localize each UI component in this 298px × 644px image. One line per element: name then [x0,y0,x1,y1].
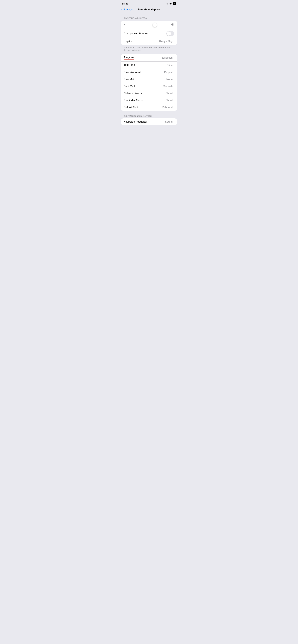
reminder-alerts-row[interactable]: Reminder Alerts Chord › [121,97,177,104]
keyboard-feedback-row[interactable]: Keyboard Feedback Sound › [121,118,177,125]
new-mail-label: New Mail [124,78,134,81]
volume-footer-note: The volume buttons will not affect the v… [119,45,179,52]
ringtone-chevron-icon: › [174,56,174,59]
system-sounds-card: Keyboard Feedback Sound › [121,118,177,125]
change-with-buttons-row[interactable]: Change with Buttons [121,29,177,38]
text-tone-chevron-icon: › [174,64,174,66]
ringtone-row[interactable]: Ringtone Reflection › [121,54,177,62]
sent-mail-value-text: Swoosh [163,85,173,88]
haptics-chevron-icon: › [174,40,174,42]
sounds-list-card: Ringtone Reflection › Text Tone Slide › … [121,54,177,111]
new-voicemail-row[interactable]: New Voicemail Droplet › [121,69,177,76]
status-icons: 78 [166,2,176,5]
slider-fill [128,25,155,25]
ringtone-label: Ringtone [124,56,134,60]
haptics-label: Haptics [124,40,132,43]
calendar-alerts-row[interactable]: Calendar Alerts Chord › [121,90,177,97]
reminder-alerts-value: Chord › [166,99,174,102]
calendar-alerts-chevron-icon: › [174,92,174,94]
text-tone-row[interactable]: Text Tone Slide › [121,62,177,69]
text-tone-value-text: Slide [167,64,173,67]
status-bar: 18:41 78 [119,0,179,6]
wifi-icon [169,2,172,5]
sent-mail-row[interactable]: Sent Mail Swoosh › [121,83,177,90]
new-voicemail-label: New Voicemail [124,71,141,74]
new-voicemail-value-text: Droplet [164,71,173,74]
volume-low-icon [124,24,126,26]
change-with-buttons-label: Change with Buttons [124,32,148,35]
airplane-icon [166,2,168,5]
default-alerts-value-text: Rebound [162,106,173,109]
ringtone-value: Reflection › [161,56,174,59]
haptics-value: Always Play › [159,40,174,43]
nav-header: ‹ Settings Sounds & Haptics [119,6,179,14]
keyboard-feedback-value-text: Sound [165,120,173,124]
new-mail-value-text: None [166,78,173,81]
battery-icon: 78 [173,2,176,5]
keyboard-feedback-chevron-icon: › [174,120,174,123]
default-alerts-label: Default Alerts [124,106,139,109]
keyboard-feedback-value: Sound › [165,120,174,124]
reminder-alerts-chevron-icon: › [174,99,174,102]
toggle-thumb [167,32,171,36]
haptics-value-text: Always Play [159,40,173,43]
sent-mail-label: Sent Mail [124,85,135,88]
reminder-alerts-label: Reminder Alerts [124,99,142,102]
slider-track [128,25,169,25]
change-with-buttons-toggle[interactable] [166,31,174,36]
reminder-alerts-value-text: Chord [166,99,173,102]
default-alerts-value: Rebound › [162,106,174,109]
calendar-alerts-value-text: Chord [166,92,173,95]
back-label: Settings [123,8,133,11]
ringtone-value-text: Reflection [161,56,173,59]
ringtone-alerts-card: Change with Buttons Haptics Always Play … [121,20,177,45]
calendar-alerts-value: Chord › [166,92,174,95]
default-alerts-row[interactable]: Default Alerts Rebound › [121,104,177,111]
keyboard-feedback-label: Keyboard Feedback [124,120,147,124]
ringtone-alerts-section-header: Ringtone and Alerts [119,17,179,20]
text-tone-label: Text Tone [124,64,135,67]
new-mail-value: None › [166,78,174,81]
default-alerts-chevron-icon: › [174,106,174,108]
volume-slider[interactable] [128,24,169,26]
status-time: 18:41 [122,2,128,5]
volume-high-icon [171,23,174,27]
new-mail-row[interactable]: New Mail None › [121,76,177,83]
sent-mail-chevron-icon: › [174,85,174,88]
page-title: Sounds & Haptics [138,8,160,11]
new-voicemail-chevron-icon: › [174,71,174,74]
haptics-row[interactable]: Haptics Always Play › [121,38,177,45]
back-button[interactable]: ‹ Settings [121,8,133,11]
system-sounds-section-header: System Sounds & Haptics [119,115,179,118]
text-tone-value: Slide › [167,64,174,67]
new-voicemail-value: Droplet › [164,71,174,74]
sent-mail-value: Swoosh › [163,85,174,88]
volume-slider-row [121,20,177,29]
new-mail-chevron-icon: › [174,78,174,80]
slider-thumb [153,23,157,27]
calendar-alerts-label: Calendar Alerts [124,92,142,95]
back-chevron-icon: ‹ [121,8,122,11]
